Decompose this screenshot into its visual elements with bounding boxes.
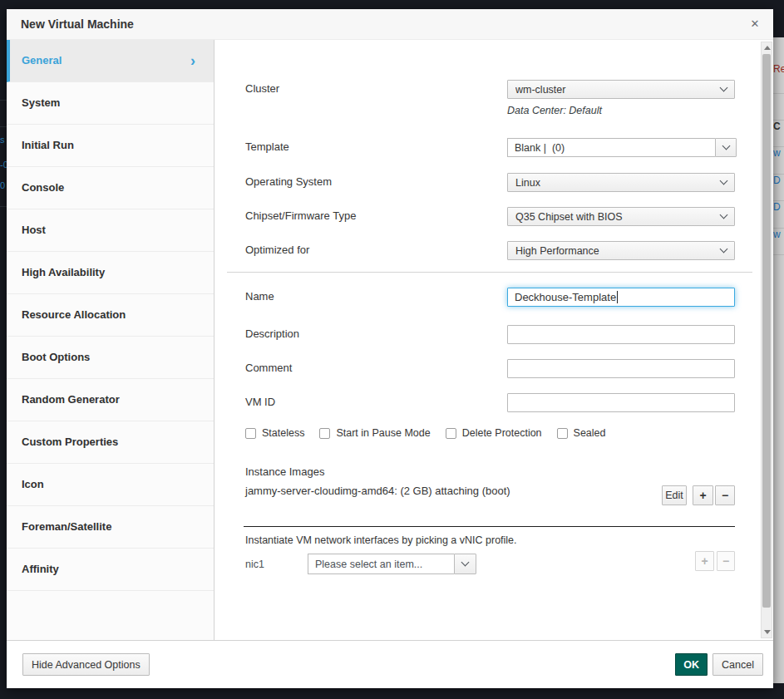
vm-option-checkboxes: Stateless Start in Pause Mode Delete Pro… — [245, 427, 606, 439]
background-text-fragment: s — [0, 135, 5, 145]
sidebar-item-system[interactable]: System — [7, 82, 214, 125]
sidebar-item-label: Initial Run — [22, 139, 74, 151]
sidebar-item-label: General — [22, 54, 62, 66]
checkbox-sealed[interactable]: Sealed — [557, 427, 606, 439]
sidebar-item-icon[interactable]: Icon — [7, 464, 214, 506]
chevron-down-icon — [461, 559, 470, 567]
nic1-dropdown-button[interactable] — [454, 554, 476, 574]
sidebar-item-label: System — [22, 96, 60, 109]
data-center-note: Data Center: Default — [507, 105, 602, 116]
sidebar-item-boot-options[interactable]: Boot Options — [7, 337, 214, 379]
sidebar-item-console[interactable]: Console — [7, 167, 214, 209]
edit-image-button[interactable]: Edit — [662, 485, 687, 505]
add-image-button[interactable]: + — [693, 485, 713, 505]
name-label: Name — [245, 290, 274, 303]
optimized-for-select[interactable]: High Performance — [507, 241, 735, 260]
desktop-background: s -0 0 Re C w D D w New Virtual Machine … — [0, 0, 784, 699]
background-left-strip: s -0 0 — [0, 0, 7, 699]
chevron-down-icon — [720, 245, 728, 254]
sidebar-item-label: Resource Allocation — [22, 308, 126, 321]
sidebar-item-affinity[interactable]: Affinity — [7, 549, 214, 591]
checkbox-box[interactable] — [319, 428, 330, 439]
sidebar-item-initial-run[interactable]: Initial Run — [7, 125, 214, 167]
checkbox-start-in-pause-mode[interactable]: Start in Pause Mode — [319, 427, 430, 439]
comment-input[interactable] — [507, 359, 735, 378]
sidebar-item-label: Random Generator — [22, 393, 120, 406]
background-text-fragment: -0 — [0, 160, 7, 170]
background-text-fragment: C — [773, 121, 781, 132]
sidebar-item-general[interactable]: General › — [7, 40, 214, 82]
instance-image-item: jammy-server-cloudimg-amd64: (2 GB) atta… — [245, 485, 510, 497]
checkbox-box[interactable] — [245, 428, 256, 439]
checkbox-box[interactable] — [446, 428, 456, 439]
operating-system-label: Operating System — [245, 175, 332, 188]
sidebar-item-label: High Availability — [22, 266, 105, 278]
vm-id-input[interactable] — [507, 393, 735, 412]
scroll-down-icon[interactable] — [764, 630, 771, 634]
divider — [0, 126, 7, 127]
vm-id-label: VM ID — [245, 396, 275, 408]
checkbox-stateless[interactable]: Stateless — [245, 427, 304, 439]
divider — [0, 100, 7, 101]
chevron-right-icon: › — [190, 40, 195, 81]
sidebar-item-random-generator[interactable]: Random Generator — [7, 379, 214, 421]
sidebar-item-label: Console — [22, 181, 64, 194]
footer-actions: OK Cancel — [675, 653, 763, 676]
close-icon[interactable]: ✕ — [747, 17, 762, 32]
remove-nic-button[interactable]: − — [717, 551, 735, 571]
sidebar-item-custom-properties[interactable]: Custom Properties — [7, 421, 214, 464]
add-nic-button[interactable]: + — [695, 551, 714, 571]
chipset-label: Chipset/Firmware Type — [245, 209, 356, 222]
vertical-scrollbar[interactable] — [761, 42, 772, 638]
nic1-label: nic1 — [245, 559, 264, 570]
divider — [773, 254, 784, 255]
divider — [0, 206, 7, 207]
new-vm-dialog: New Virtual Machine ✕ General › System I… — [7, 9, 773, 688]
sidebar-item-foreman-satellite[interactable]: Foreman/Satellite — [7, 506, 214, 549]
template-dropdown-button[interactable] — [715, 138, 737, 157]
name-input[interactable]: Deckhouse-Template — [507, 288, 735, 307]
checkbox-box[interactable] — [557, 428, 568, 439]
dialog-footer: Hide Advanced Options OK Cancel — [7, 640, 773, 688]
instance-images-label: Instance Images — [245, 465, 324, 478]
sidebar-item-resource-allocation[interactable]: Resource Allocation — [7, 294, 214, 337]
chipset-select[interactable]: Q35 Chipset with BIOS — [507, 207, 735, 226]
background-text-fragment: Re — [773, 63, 784, 75]
chevron-down-icon — [720, 177, 728, 185]
scroll-up-icon[interactable] — [764, 46, 771, 50]
background-text-fragment: D — [773, 175, 781, 186]
ok-button[interactable]: OK — [675, 653, 708, 676]
chevron-down-icon — [722, 142, 730, 150]
scrollbar-thumb[interactable] — [762, 54, 771, 608]
chevron-down-icon — [720, 211, 728, 219]
dialog-header: New Virtual Machine ✕ — [7, 9, 773, 40]
cluster-select[interactable]: wm-cluster — [507, 80, 735, 99]
checkbox-delete-protection[interactable]: Delete Protection — [446, 427, 542, 439]
template-combobox: Blank | (0) — [507, 138, 737, 157]
description-input[interactable] — [507, 325, 735, 344]
dialog-sidebar: General › System Initial Run Console Hos… — [7, 40, 214, 640]
divider — [244, 526, 735, 527]
background-text-fragment: w — [773, 147, 781, 159]
nic1-profile-combobox: Please select an item... — [308, 554, 476, 574]
sidebar-item-high-availability[interactable]: High Availability — [7, 252, 214, 294]
template-label: Template — [245, 140, 289, 153]
optimized-for-label: Optimized for — [245, 244, 309, 256]
sidebar-item-host[interactable]: Host — [7, 209, 214, 252]
divider — [773, 93, 784, 94]
comment-label: Comment — [245, 362, 292, 374]
sidebar-item-label: Host — [22, 224, 46, 236]
background-text-fragment: 0 — [0, 180, 5, 190]
cancel-button[interactable]: Cancel — [713, 653, 763, 676]
dialog-body: General › System Initial Run Console Hos… — [7, 40, 773, 640]
divider — [227, 272, 752, 273]
dialog-title: New Virtual Machine — [21, 9, 134, 40]
text-cursor — [617, 291, 618, 303]
nic1-profile-field[interactable]: Please select an item... — [308, 554, 454, 574]
operating-system-select[interactable]: Linux — [507, 173, 735, 192]
sidebar-item-label: Custom Properties — [22, 436, 118, 448]
remove-image-button[interactable]: − — [715, 485, 735, 505]
hide-advanced-options-button[interactable]: Hide Advanced Options — [22, 653, 150, 676]
nic-instruction: Instantiate VM network interfaces by pic… — [245, 534, 517, 546]
template-field[interactable]: Blank | (0) — [507, 138, 715, 157]
